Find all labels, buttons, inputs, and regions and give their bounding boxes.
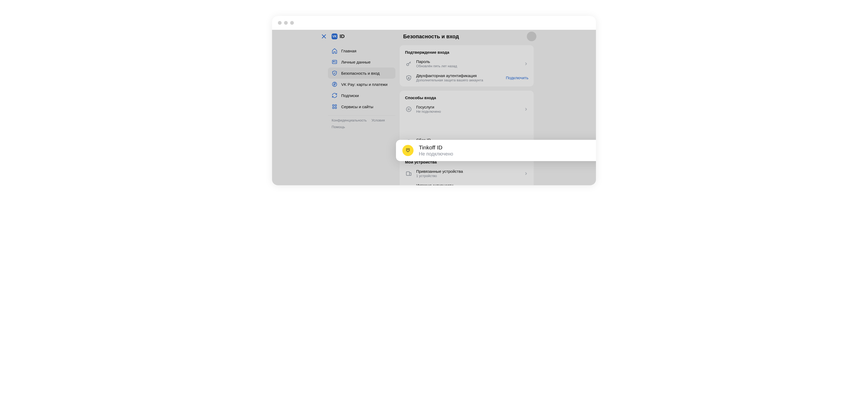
- refresh-icon: [332, 93, 338, 98]
- chevron-right-icon: [524, 107, 528, 111]
- traffic-light-close[interactable]: [278, 21, 282, 25]
- row-label: Привязанные устройства: [416, 169, 520, 173]
- svg-point-11: [406, 107, 411, 111]
- chevron-right-icon: [524, 61, 528, 66]
- footer-privacy-link[interactable]: Конфиденциальность: [332, 118, 367, 122]
- mac-window: VK ID Безопасность и вход Главная Личные…: [272, 16, 596, 185]
- svg-rect-14: [409, 173, 411, 175]
- sidebar: Главная Личные данные Безопасность и вхо…: [328, 45, 396, 129]
- gosuslugi-icon: [405, 105, 412, 113]
- app-header: VK ID Безопасность и вход: [272, 30, 596, 43]
- apps-grid-icon: [332, 104, 338, 109]
- vk-logo-icon: VK: [332, 33, 338, 39]
- row-tinkoff-highlighted[interactable]: Tinkoff ID Не подключено: [396, 140, 596, 161]
- row-sub: Не подключено: [416, 109, 520, 114]
- sidebar-item-home[interactable]: Главная: [328, 45, 396, 56]
- content-row: Главная Личные данные Безопасность и вхо…: [272, 43, 596, 185]
- row-label: Пароль: [416, 59, 520, 64]
- sidebar-item-label: Подписки: [341, 93, 359, 98]
- mac-titlebar: [272, 16, 596, 30]
- row-password[interactable]: Пароль Обновлён пять лет назад: [405, 57, 528, 71]
- sidebar-item-services[interactable]: Сервисы и сайты: [328, 101, 396, 112]
- history-icon: [405, 184, 412, 186]
- row-linked-devices[interactable]: Привязанные устройства 1 устройство: [405, 166, 528, 181]
- sidebar-item-label: Сервисы и сайты: [341, 104, 373, 109]
- footer-links: Конфиденциальность Условия Помощь: [328, 116, 396, 129]
- row-activity-history[interactable]: История активности Последний вход: сегод…: [405, 181, 528, 185]
- connect-button[interactable]: Подключить: [506, 75, 528, 80]
- svg-rect-10: [408, 77, 409, 79]
- chevron-right-icon: [524, 185, 528, 186]
- svg-rect-8: [335, 107, 337, 109]
- sidebar-item-label: Главная: [341, 49, 356, 53]
- row-label: Госуслуги: [416, 105, 520, 109]
- row-sub: Дополнительная защита вашего аккаунта: [416, 78, 502, 82]
- card-login-confirm: Подтверждение входа Пароль Обновлён пять…: [400, 45, 534, 87]
- devices-icon: [405, 170, 412, 177]
- avatar[interactable]: [527, 32, 536, 41]
- svg-rect-7: [333, 107, 334, 109]
- svg-rect-6: [335, 105, 337, 106]
- page-title: Безопасность и вход: [403, 33, 459, 40]
- svg-rect-2: [333, 60, 337, 64]
- card-title: Подтверждение входа: [405, 50, 528, 55]
- sidebar-item-vkpay[interactable]: VK Pay: карты и платежи: [328, 79, 396, 90]
- shield-lock-icon: [405, 74, 412, 82]
- sidebar-item-subscriptions[interactable]: Подписки: [328, 90, 396, 101]
- row-sub: Обновлён пять лет назад: [416, 64, 520, 68]
- id-card-icon: [332, 59, 338, 65]
- brand-suffix: ID: [340, 33, 345, 39]
- sidebar-item-label: Безопасность и вход: [341, 71, 379, 75]
- home-icon: [332, 48, 338, 54]
- svg-point-3: [333, 61, 334, 62]
- tinkoff-icon: [402, 145, 413, 156]
- tinkoff-sub: Не подключено: [419, 151, 596, 157]
- sidebar-item-label: VK Pay: карты и платежи: [341, 82, 388, 87]
- shield-check-icon: [332, 70, 338, 76]
- row-2fa[interactable]: Двухфакторная аутентификация Дополнитель…: [405, 71, 528, 85]
- card-title: Способы входа: [405, 95, 528, 100]
- main-column: Подтверждение входа Пароль Обновлён пять…: [400, 45, 534, 185]
- footer-help-link[interactable]: Помощь: [332, 125, 345, 129]
- row-label: Двухфакторная аутентификация: [416, 73, 502, 78]
- close-icon[interactable]: [321, 33, 327, 39]
- sidebar-item-label: Личные данные: [341, 60, 370, 64]
- svg-rect-5: [333, 105, 334, 106]
- traffic-light-zoom[interactable]: [290, 21, 294, 25]
- row-gosuslugi[interactable]: Госуслуги Не подключено: [405, 102, 528, 116]
- svg-rect-13: [406, 172, 409, 175]
- brand: VK ID: [332, 33, 345, 39]
- tinkoff-title: Tinkoff ID: [419, 144, 596, 151]
- svg-point-9: [407, 64, 409, 66]
- ruble-icon: [332, 82, 338, 87]
- row-label: История активности: [416, 183, 520, 185]
- sidebar-item-security[interactable]: Безопасность и вход: [328, 67, 396, 79]
- key-icon: [405, 60, 412, 67]
- chevron-right-icon: [524, 171, 528, 176]
- row-sub: 1 устройство: [416, 174, 520, 178]
- footer-terms-link[interactable]: Условия: [372, 118, 385, 122]
- sidebar-item-personal[interactable]: Личные данные: [328, 56, 396, 67]
- app-body: VK ID Безопасность и вход Главная Личные…: [272, 30, 596, 185]
- traffic-light-minimize[interactable]: [284, 21, 288, 25]
